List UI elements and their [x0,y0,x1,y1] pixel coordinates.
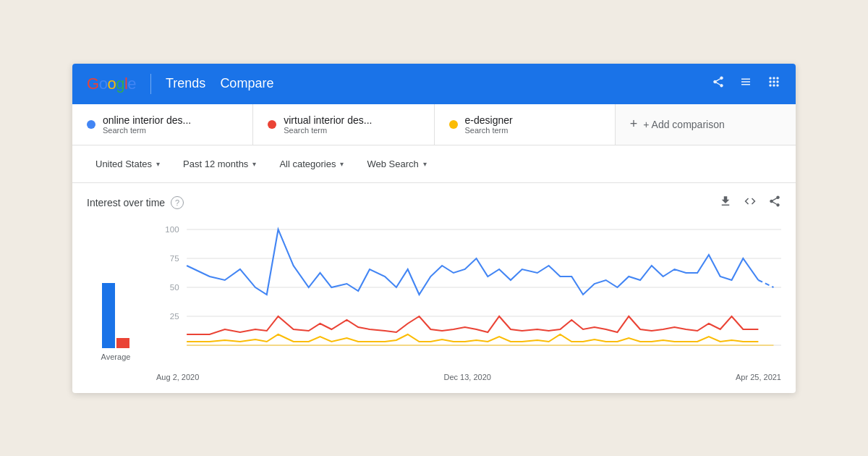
red-line [187,316,758,334]
date-label-2: Dec 13, 2020 [443,373,490,381]
avg-bar-blue [102,283,115,348]
add-plus-icon: + [630,117,638,132]
header-icons [712,75,781,93]
embed-icon[interactable] [744,195,757,211]
region-filter[interactable]: United States ▾ [87,154,169,174]
term-dot-1 [87,120,95,129]
term-name-2: virtual interior des... [284,114,372,126]
term-text-3: e-designer Search term [465,114,513,135]
term-text-1: online interior des... Search term [103,114,191,135]
share-chart-icon[interactable] [768,195,781,211]
term-type-1: Search term [103,126,191,135]
period-chevron-icon: ▾ [252,160,256,168]
term-item-2[interactable]: virtual interior des... Search term [253,104,434,145]
search-type-label: Web Search [367,159,418,169]
svg-text:100: 100 [165,225,179,234]
region-label: United States [95,159,152,169]
google-logo: Google [87,75,136,93]
nav-label: Compare [220,76,273,91]
categories-chevron-icon: ▾ [340,160,344,168]
date-label-3: Apr 25, 2021 [736,373,781,381]
apps-icon[interactable] [767,75,781,93]
term-type-3: Search term [465,126,513,135]
avg-bar-red [116,338,129,348]
trends-label: Trends [166,76,205,91]
blue-line [187,229,758,295]
date-labels: Aug 2, 2020 Dec 13, 2020 Apr 25, 2021 [156,370,781,381]
chart-section: Interest over time ? [72,183,796,393]
share-icon[interactable] [712,75,725,92]
svg-text:50: 50 [170,283,179,292]
term-type-2: Search term [284,126,372,135]
download-icon[interactable] [719,195,732,211]
region-chevron-icon: ▾ [156,160,160,168]
term-text-2: virtual interior des... Search term [284,114,372,135]
categories-label: All categories [279,159,336,169]
header: Google Trends Compare [72,64,796,104]
avg-bars [102,232,129,348]
main-chart: 100 75 50 25 Aug [156,222,781,381]
date-label-1: Aug 2, 2020 [156,373,199,381]
search-type-filter[interactable]: Web Search ▾ [358,154,435,174]
chart-title-row: Interest over time ? [87,196,184,209]
logo: Google Trends [87,74,205,94]
categories-filter[interactable]: All categories ▾ [271,154,352,174]
avg-bar-area: Average [87,222,145,381]
chart-actions [719,195,781,211]
google-trends-card: Google Trends Compare online interior de… [72,64,796,393]
terms-bar: online interior des... Search term virtu… [72,104,796,145]
search-type-chevron-icon: ▾ [423,160,427,168]
svg-text:75: 75 [170,254,179,263]
period-label: Past 12 months [183,159,248,169]
chart-header: Interest over time ? [87,195,781,211]
period-filter[interactable]: Past 12 months ▾ [174,154,265,174]
term-item-3[interactable]: e-designer Search term [435,104,616,145]
logo-divider [150,74,151,94]
alert-icon[interactable] [739,75,752,92]
add-comparison-button[interactable]: + + Add comparison [616,104,796,145]
avg-label: Average [101,352,131,361]
term-name-1: online interior des... [103,114,191,126]
chart-title: Interest over time [87,197,165,208]
svg-text:25: 25 [170,312,179,321]
add-comparison-label: + Add comparison [643,119,724,130]
yellow-line [187,334,758,342]
chart-container: Average 100 75 50 25 [87,222,781,381]
chart-svg: 100 75 50 25 [156,222,781,367]
info-icon[interactable]: ? [171,196,184,209]
term-name-3: e-designer [465,114,513,126]
term-item-1[interactable]: online interior des... Search term [72,104,253,145]
term-dot-2 [268,120,276,129]
filter-bar: United States ▾ Past 12 months ▾ All cat… [72,145,796,183]
term-dot-3 [449,120,458,129]
blue-line-dashed [758,280,773,287]
